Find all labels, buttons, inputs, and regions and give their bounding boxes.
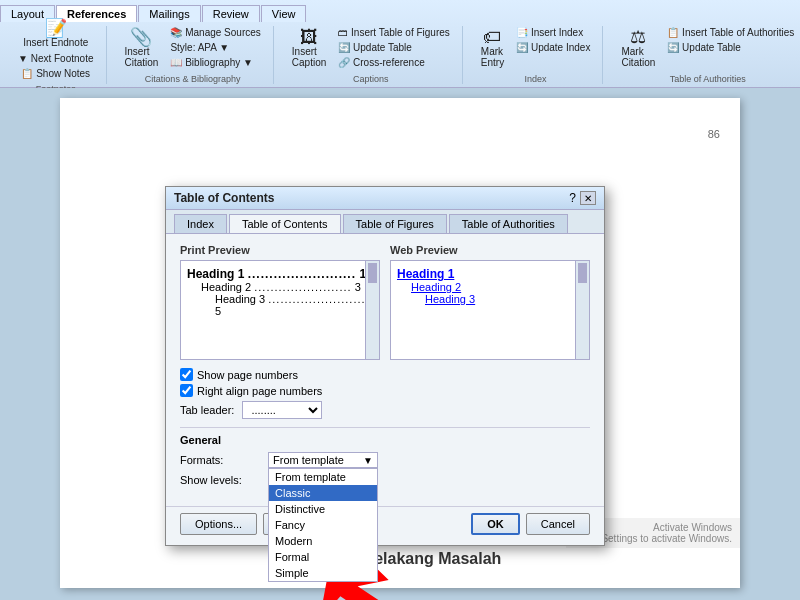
mark-entry-icon: 🏷 bbox=[483, 28, 501, 46]
dialog-tab-toc[interactable]: Table of Contents bbox=[229, 214, 341, 233]
show-levels-label: Show levels: bbox=[180, 474, 260, 486]
update-index-button[interactable]: 🔄 Update Index bbox=[512, 41, 594, 54]
footnotes-row1: 📝 Insert Endnote bbox=[19, 17, 92, 50]
citations-row1: 📎 InsertCitation 📚 Manage Sources Style:… bbox=[121, 26, 265, 70]
update-table-caption-button[interactable]: 🔄 Update Table bbox=[334, 41, 454, 54]
insert-caption-button[interactable]: 🖼 InsertCaption bbox=[288, 26, 330, 70]
endnote-icon: 📝 bbox=[45, 19, 67, 37]
authorities-group-title: Table of Authorities bbox=[670, 74, 746, 84]
formats-dropdown-container: From template ▼ From template Classic Di… bbox=[268, 452, 378, 468]
tab-leader-label: Tab leader: bbox=[180, 404, 234, 416]
bibliography-button[interactable]: 📖 Bibliography ▼ bbox=[166, 56, 264, 69]
dialog-tabs: Index Table of Contents Table of Figures… bbox=[166, 210, 604, 234]
insert-table-figures-button[interactable]: 🗃 Insert Table of Figures bbox=[334, 26, 454, 39]
web-preview-label: Web Preview bbox=[390, 244, 590, 256]
right-align-checkbox[interactable] bbox=[180, 384, 193, 397]
dialog-question-icon[interactable]: ? bbox=[569, 191, 576, 205]
tab-view[interactable]: View bbox=[261, 5, 307, 22]
print-preview-scrollbar[interactable] bbox=[365, 261, 379, 359]
web-heading1: Heading 1 bbox=[397, 267, 583, 281]
format-option-classic[interactable]: Classic bbox=[269, 485, 377, 501]
dialog-title: Table of Contents bbox=[174, 191, 274, 205]
formats-dropdown-list: From template Classic Distinctive Fancy … bbox=[268, 468, 378, 582]
insert-index-button[interactable]: 📑 Insert Index bbox=[512, 26, 594, 39]
dialog-footer: Options... Modify... OK Cancel bbox=[166, 506, 604, 545]
cancel-button[interactable]: Cancel bbox=[526, 513, 590, 535]
dialog-titlebar: Table of Contents ? ✕ bbox=[166, 187, 604, 210]
insert-citation-button[interactable]: 📎 InsertCitation bbox=[121, 26, 163, 70]
show-notes-button[interactable]: 📋 Show Notes bbox=[17, 67, 94, 80]
index-row1: 🏷 MarkEntry 📑 Insert Index 🔄 Update Inde… bbox=[477, 26, 595, 70]
formats-label: Formats: bbox=[180, 454, 260, 466]
insert-table-authorities-button[interactable]: 📋 Insert Table of Authorities bbox=[663, 26, 798, 39]
format-option-fancy[interactable]: Fancy bbox=[269, 517, 377, 533]
ribbon-group-index: 🏷 MarkEntry 📑 Insert Index 🔄 Update Inde… bbox=[469, 26, 604, 84]
ribbon-group-citations: 📎 InsertCitation 📚 Manage Sources Style:… bbox=[113, 26, 274, 84]
table-of-contents-dialog: Table of Contents ? ✕ Index Table of Con… bbox=[165, 186, 605, 546]
ribbon-group-captions: 🖼 InsertCaption 🗃 Insert Table of Figure… bbox=[280, 26, 463, 84]
format-option-from-template[interactable]: From template bbox=[269, 469, 377, 485]
ok-button[interactable]: OK bbox=[471, 513, 520, 535]
manage-sources-button[interactable]: 📚 Manage Sources bbox=[166, 26, 264, 39]
web-heading3: Heading 3 bbox=[397, 293, 583, 305]
page-number: 86 bbox=[708, 128, 720, 140]
ribbon-tabs: Layout References Mailings Review View bbox=[0, 0, 800, 22]
web-preview-box: Heading 1 Heading 2 Heading 3 bbox=[390, 260, 590, 360]
mark-entry-button[interactable]: 🏷 MarkEntry bbox=[477, 26, 508, 70]
next-footnote-button[interactable]: ▼ Next Footnote bbox=[14, 52, 98, 65]
tab-leader-select[interactable]: ........ -------- (none) bbox=[242, 401, 322, 419]
tab-review[interactable]: Review bbox=[202, 5, 260, 22]
show-page-numbers-label[interactable]: Show page numbers bbox=[180, 368, 298, 381]
citation-icon: 📎 bbox=[130, 28, 152, 46]
dialog-tab-figures[interactable]: Table of Figures bbox=[343, 214, 447, 233]
dialog-close-button[interactable]: ✕ bbox=[580, 191, 596, 205]
format-option-formal[interactable]: Formal bbox=[269, 549, 377, 565]
mark-citation-button[interactable]: ⚖ MarkCitation bbox=[617, 26, 659, 70]
document-area: 86 A. Latar Belakang Masalah Activate Wi… bbox=[0, 88, 800, 600]
right-align-label[interactable]: Right align page numbers bbox=[180, 384, 322, 397]
print-preview-container: Print Preview Heading 1 ................… bbox=[180, 244, 380, 360]
caption-icon: 🖼 bbox=[300, 28, 318, 46]
tab-mailings[interactable]: Mailings bbox=[138, 5, 200, 22]
preview-row: Print Preview Heading 1 ................… bbox=[180, 244, 590, 360]
web-scroll-thumb bbox=[578, 263, 587, 283]
show-levels-row: Show levels: bbox=[180, 472, 590, 488]
web-preview-scrollbar[interactable] bbox=[575, 261, 589, 359]
format-option-distinctive[interactable]: Distinctive bbox=[269, 501, 377, 517]
mark-citation-icon: ⚖ bbox=[630, 28, 646, 46]
tab-leader-row: Tab leader: ........ -------- (none) bbox=[180, 401, 590, 419]
web-heading2: Heading 2 bbox=[397, 281, 583, 293]
print-heading3: Heading 3 ........................ 5 bbox=[187, 293, 373, 317]
dialog-body: Print Preview Heading 1 ................… bbox=[166, 234, 604, 502]
captions-group-title: Captions bbox=[353, 74, 389, 84]
scroll-thumb bbox=[368, 263, 377, 283]
formats-display[interactable]: From template ▼ bbox=[268, 452, 378, 468]
print-preview-box: Heading 1 ......................... 1 He… bbox=[180, 260, 380, 360]
print-heading1: Heading 1 ......................... 1 bbox=[187, 267, 373, 281]
authorities-row1: ⚖ MarkCitation 📋 Insert Table of Authori… bbox=[617, 26, 798, 70]
captions-row1: 🖼 InsertCaption 🗃 Insert Table of Figure… bbox=[288, 26, 454, 70]
cross-reference-button[interactable]: 🔗 Cross-reference bbox=[334, 56, 454, 69]
update-table-authorities-button[interactable]: 🔄 Update Table bbox=[663, 41, 798, 54]
print-preview-label: Print Preview bbox=[180, 244, 380, 256]
ribbon-group-footnotes: 📝 Insert Endnote ▼ Next Footnote 📋 Show … bbox=[6, 26, 107, 84]
dialog-tab-index[interactable]: Index bbox=[174, 214, 227, 233]
ribbon-content: 📝 Insert Endnote ▼ Next Footnote 📋 Show … bbox=[0, 22, 800, 88]
format-option-modern[interactable]: Modern bbox=[269, 533, 377, 549]
dialog-tab-authorities[interactable]: Table of Authorities bbox=[449, 214, 568, 233]
show-page-numbers-checkbox[interactable] bbox=[180, 368, 193, 381]
general-title: General bbox=[180, 434, 590, 446]
right-align-row: Right align page numbers bbox=[180, 384, 590, 397]
citations-group-title: Citations & Bibliography bbox=[145, 74, 241, 84]
index-group-title: Index bbox=[525, 74, 547, 84]
style-apa-button[interactable]: Style: APA ▼ bbox=[166, 41, 264, 54]
ribbon-group-authorities: ⚖ MarkCitation 📋 Insert Table of Authori… bbox=[609, 26, 800, 84]
options-button[interactable]: Options... bbox=[180, 513, 257, 535]
formats-row: Formats: From template ▼ From template C… bbox=[180, 452, 590, 468]
insert-endnote-button[interactable]: 📝 Insert Endnote bbox=[19, 17, 92, 50]
ribbon: Layout References Mailings Review View 📝… bbox=[0, 0, 800, 88]
formats-value: From template bbox=[273, 454, 363, 466]
dialog-controls: ? ✕ bbox=[569, 191, 596, 205]
formats-arrow-icon[interactable]: ▼ bbox=[363, 455, 373, 466]
format-option-simple[interactable]: Simple bbox=[269, 565, 377, 581]
